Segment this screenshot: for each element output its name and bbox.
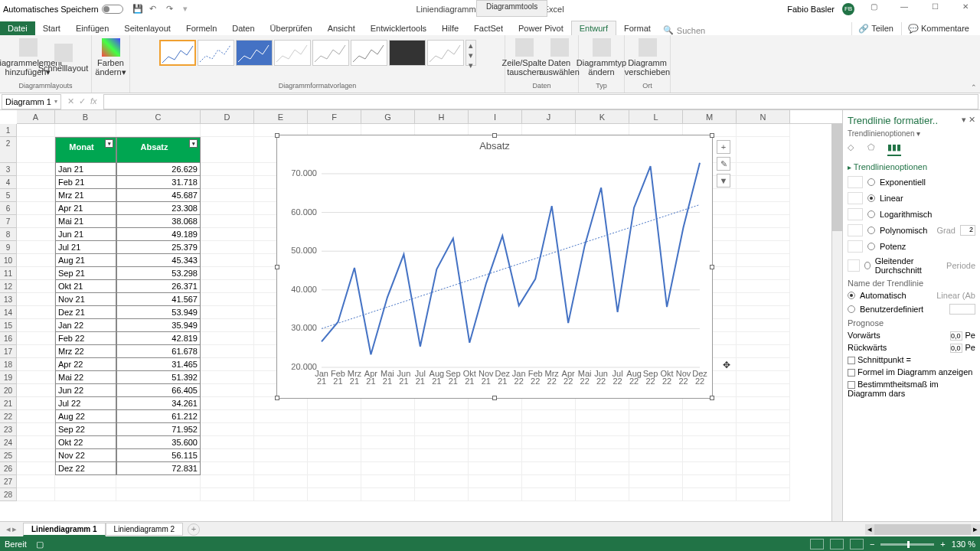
chart-style-8[interactable] (427, 40, 464, 66)
chart-style-1[interactable] (159, 40, 196, 66)
svg-text:21: 21 (366, 377, 375, 386)
pane-tab-effects-icon[interactable]: ⬠ (867, 142, 881, 156)
trend-power[interactable]: Potenz (848, 240, 975, 253)
chart-filters-button[interactable]: ▼ (717, 174, 730, 187)
ribbon-options-icon[interactable]: ▢ (862, 2, 885, 16)
tab-nav-next-icon[interactable]: ▸ (12, 524, 17, 534)
pane-section[interactable]: ▸ Trendlinienoptionen (848, 162, 975, 171)
tab-ueberpruefen[interactable]: Überprüfen (263, 21, 320, 35)
trend-polynomial[interactable]: PolynomischGrad2 (848, 224, 975, 236)
pane-tab-fill-icon[interactable]: ◇ (848, 142, 861, 156)
redo-icon[interactable]: ↷ (166, 4, 177, 15)
formula-input[interactable] (103, 94, 978, 109)
tab-start[interactable]: Start (35, 21, 68, 35)
pane-close-icon[interactable]: ▾ ✕ (962, 115, 975, 125)
tab-einfuegen[interactable]: Einfügen (68, 21, 116, 35)
chart-style-2[interactable] (198, 40, 234, 66)
close-icon[interactable]: ✕ (954, 2, 977, 16)
view-pagelayout-icon[interactable] (830, 539, 844, 549)
tab-factset[interactable]: FactSet (466, 21, 511, 35)
group-label: Diagrammlayouts (18, 82, 72, 91)
zoom-slider[interactable] (880, 543, 934, 546)
chart-style-5[interactable] (312, 40, 349, 66)
forecast-backward[interactable]: Rückwärts0,0 Pe (848, 343, 975, 352)
tab-entwicklertools[interactable]: Entwicklertools (363, 21, 434, 35)
pane-tab-options-icon[interactable]: ▮▮▮ (887, 142, 901, 156)
change-chart-type-button[interactable]: Diagrammtyp ändern (585, 37, 619, 77)
worksheet[interactable]: ABCDEFGHIJKLMN 12Monat▾Absatz▾3Jan 2126.… (0, 110, 842, 521)
maximize-icon[interactable]: ☐ (923, 2, 946, 16)
minimize-icon[interactable]: — (893, 2, 916, 16)
svg-line-12 (322, 204, 700, 328)
tab-daten[interactable]: Daten (224, 21, 262, 35)
name-box[interactable]: Diagramm 1▾ (2, 94, 61, 109)
sheet-tab-1[interactable]: Liniendiagramm 1 (23, 523, 106, 536)
forecast-label: Prognose (848, 318, 975, 328)
svg-text:22: 22 (662, 377, 671, 386)
fx-icon[interactable]: fx (90, 96, 97, 106)
chart-elements-button[interactable]: + (717, 140, 730, 154)
add-sheet-button[interactable]: + (188, 523, 200, 536)
tab-formeln[interactable]: Formeln (178, 21, 224, 35)
styles-more-button[interactable]: ▴▾▾ (466, 40, 476, 66)
svg-text:21: 21 (482, 377, 491, 386)
show-rsquared-check[interactable]: Bestimmtheitsmaß im Diagramm dars (848, 380, 975, 398)
zoom-out-icon[interactable]: − (870, 540, 874, 549)
collapse-ribbon-icon[interactable]: ⌃ (971, 83, 977, 91)
trend-moving-avg[interactable]: Gleitender DurchschnittPeriode (848, 256, 975, 275)
tab-format[interactable]: Format (616, 21, 658, 35)
undo-icon[interactable]: ↶ (149, 4, 160, 15)
tab-nav-prev-icon[interactable]: ◂ (6, 524, 11, 534)
svg-text:21: 21 (416, 377, 425, 386)
zoom-level[interactable]: 130 % (952, 540, 975, 549)
tab-powerpivot[interactable]: Power Pivot (511, 21, 571, 35)
intercept-check[interactable]: Schnittpunkt = (848, 355, 975, 364)
chart-styles-button[interactable]: ✎ (717, 157, 730, 171)
enter-icon[interactable]: ✓ (79, 96, 86, 106)
tab-datei[interactable]: Datei (0, 21, 35, 35)
save-icon[interactable]: 💾 (132, 4, 143, 15)
name-automatic[interactable]: AutomatischLinear (Ab (848, 291, 975, 300)
trend-linear[interactable]: Linear (848, 192, 975, 204)
chart-style-4[interactable] (274, 40, 311, 66)
chart-style-6[interactable] (351, 40, 387, 66)
move-cursor-icon: ✥ (723, 360, 730, 370)
statusbar: Bereit ▢ − + 130 % (0, 536, 980, 551)
pane-subtitle[interactable]: Trendlinienoptionen ▾ (848, 129, 975, 138)
view-normal-icon[interactable] (810, 539, 824, 549)
share-button[interactable]: 🔗 Teilen (851, 22, 900, 35)
user-name[interactable]: Fabio Basler (787, 5, 835, 14)
search-box[interactable]: 🔍Suchen (663, 25, 705, 35)
tab-seitenlayout[interactable]: Seitenlayout (116, 21, 178, 35)
switch-row-col-button[interactable]: Zeile/Spalte tauschen (508, 37, 541, 77)
macro-record-icon[interactable]: ▢ (36, 540, 44, 549)
autosave-toggle[interactable]: Automatisches Speichern (3, 5, 123, 14)
trend-logarithmic[interactable]: Logarithmisch (848, 208, 975, 220)
avatar[interactable]: FB (842, 3, 854, 15)
show-equation-check[interactable]: Formel im Diagramm anzeigen (848, 367, 975, 377)
zoom-in-icon[interactable]: + (940, 540, 945, 549)
tab-hilfe[interactable]: Hilfe (434, 21, 466, 35)
move-chart-button[interactable]: Diagramm verschieben (631, 37, 665, 77)
chart-style-3[interactable] (236, 40, 273, 66)
horizontal-scrollbar[interactable]: ◂▸ (865, 524, 980, 535)
view-pagebreak-icon[interactable] (850, 539, 864, 549)
quick-layout-button[interactable]: Schnelllayout (47, 42, 80, 73)
comments-button[interactable]: 💬 Kommentare (901, 22, 975, 35)
change-colors-button[interactable]: Farben ändern▾ (94, 37, 128, 77)
select-data-button[interactable]: Daten auswählen (543, 37, 577, 77)
cancel-icon[interactable]: ✕ (67, 96, 74, 106)
trend-exponential[interactable]: Exponentiell (848, 176, 975, 188)
sheet-tab-2[interactable]: Liniendiagramm 2 (106, 523, 184, 536)
svg-text:21: 21 (432, 377, 441, 386)
name-custom[interactable]: Benutzerdefiniert (848, 304, 975, 315)
forecast-forward[interactable]: Vorwärts0,0 Pe (848, 331, 975, 340)
tab-entwurf[interactable]: Entwurf (571, 21, 616, 35)
tab-ansicht[interactable]: Ansicht (320, 21, 363, 35)
chart-style-7[interactable] (389, 40, 426, 66)
chart-object[interactable]: Absatz 20.00030.00040.00050.00060.00070.… (276, 135, 713, 399)
vertical-scrollbar[interactable] (831, 124, 842, 521)
column-headers[interactable]: ABCDEFGHIJKLMN (17, 110, 842, 124)
svg-text:21: 21 (449, 377, 458, 386)
chart-styles-gallery[interactable]: ▴▾▾ (159, 40, 476, 66)
